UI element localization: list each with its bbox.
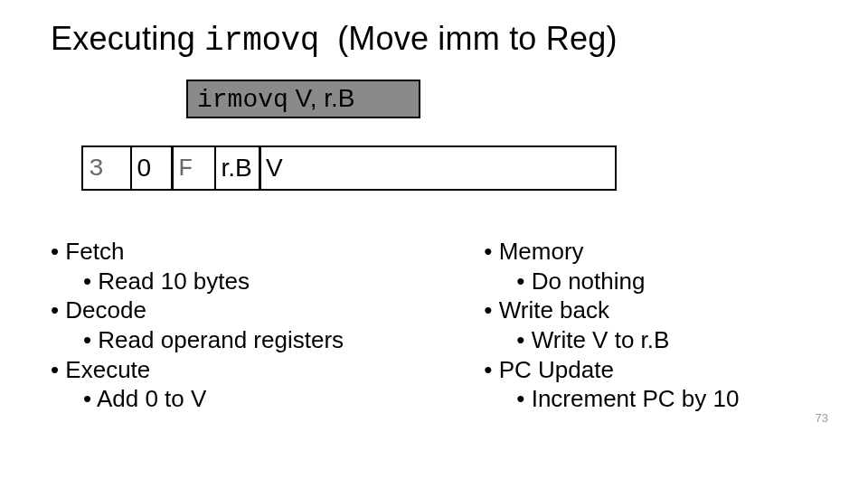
syntax-mono: irmovq (197, 86, 288, 114)
title-suffix: (Move imm to Reg) (337, 20, 617, 57)
stage-memory-detail: Do nothing (484, 267, 825, 296)
syntax-rest: V, r.B (288, 84, 355, 112)
encoding-cell-1: 0 (130, 145, 174, 191)
stage-writeback-detail: Write V to r.B (484, 326, 825, 354)
encoding-cell-0: 3 (81, 145, 132, 191)
encoding-cell-2: F (171, 145, 216, 191)
stage-decode: Decode (51, 296, 484, 324)
encoding-cell-4: V (259, 145, 617, 191)
page-number: 73 (816, 411, 828, 425)
encoding-row: 3 0 F r.B V (81, 145, 825, 191)
stage-fetch: Fetch (51, 238, 484, 266)
stage-execute-detail: Add 0 to V (51, 385, 484, 413)
stage-columns: Fetch Read 10 bytes Decode Read operand … (51, 238, 825, 415)
stage-memory: Memory (484, 238, 825, 266)
slide: Executing irmovq (Move imm to Reg) irmov… (0, 0, 868, 488)
stage-pcupdate: PC Update (484, 356, 825, 384)
encoding-cell-3: r.B (214, 145, 261, 191)
stage-writeback: Write back (484, 296, 825, 324)
stage-decode-detail: Read operand registers (51, 326, 484, 354)
stage-execute: Execute (51, 356, 484, 384)
stage-pcupdate-detail: Increment PC by 10 (484, 385, 825, 413)
right-column: Memory Do nothing Write back Write V to … (484, 238, 825, 415)
left-column: Fetch Read 10 bytes Decode Read operand … (51, 238, 484, 415)
slide-title: Executing irmovq (Move imm to Reg) (51, 20, 825, 60)
syntax-box: irmovq V, r.B (186, 80, 420, 118)
stage-fetch-detail: Read 10 bytes (51, 267, 484, 296)
title-prefix: Executing (51, 20, 195, 57)
title-mono: irmovq (204, 23, 319, 60)
